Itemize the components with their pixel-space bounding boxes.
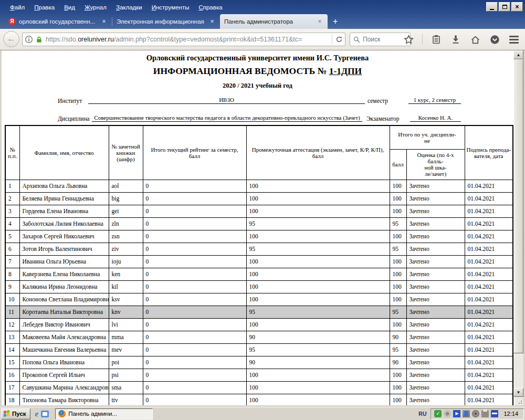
table-row[interactable]: 13Маковеева Майя Александровнаmma09090За…	[5, 331, 513, 343]
header-gradebook: № зачетной книжки (шифр)	[109, 125, 143, 180]
taskbar-task-button[interactable]: Панель админи...	[55, 408, 153, 419]
menu-view[interactable]: Вид	[59, 3, 80, 12]
table-row[interactable]: 7Иванина Ольга Юрьевнаioju0100100Зачтено…	[5, 255, 513, 268]
gradebook-code: big	[109, 192, 143, 205]
table-row[interactable]: 11Коротаева Наталья Викторовнаknv09595За…	[5, 306, 513, 318]
maximize-button[interactable]	[499, 2, 510, 12]
attestation-score: 100	[246, 293, 390, 306]
semester-rating: 0	[143, 243, 246, 255]
gradebook-code: sma	[109, 381, 143, 394]
total-score: 100	[390, 255, 406, 268]
table-row[interactable]: 4Заболотская Лилия Николаевнаzln09595Зач…	[5, 217, 513, 230]
search-input[interactable]	[363, 36, 405, 43]
tab-oreluniver-search[interactable]: Я орловский государственн... ×	[4, 14, 112, 29]
start-button[interactable]: Пуск	[1, 408, 30, 419]
semester-rating: 0	[143, 280, 246, 293]
search-box[interactable]	[350, 33, 411, 46]
header-grade: Оценка (по 4-х балль- ной шка- ле/зачет)	[406, 149, 465, 180]
pocket-button[interactable]	[489, 34, 500, 45]
table-row[interactable]: 16Прокопов Сергей Ильичpsi0100100Зачтено…	[5, 369, 513, 381]
row-number: 9	[5, 280, 19, 293]
signature-date: 01.04.2021	[465, 192, 513, 205]
total-score: 90	[390, 331, 406, 343]
table-row[interactable]: 17Савушкина Марина Александровнаsma01001…	[5, 381, 513, 394]
dictionary-icon[interactable]	[491, 410, 498, 417]
table-row[interactable]: 6Зотов Игорь Валентиновичziv09595Зачтено…	[5, 243, 513, 255]
grade-value: Зачтено	[406, 180, 465, 192]
vedomost-document: Орловский государственный университет им…	[2, 50, 513, 405]
signature-date: 01.04.2021	[465, 331, 513, 343]
table-row[interactable]: 10Кононова Светлана Владимировнаksv01001…	[5, 293, 513, 306]
grades-table: № п.п. Фамилия, имя, отчество № зачетной…	[5, 125, 513, 405]
url-bar[interactable]: https://sdo.oreluniver.ru/admin.php?cont…	[22, 33, 345, 46]
close-button[interactable]: ×	[511, 2, 523, 12]
home-button[interactable]	[469, 34, 481, 45]
table-row[interactable]: 3Гордеева Елена Ивановнаgei0100100Зачтен…	[5, 205, 513, 217]
menu-bookmarks[interactable]: Закладки	[111, 3, 147, 12]
downloads-button[interactable]	[450, 34, 461, 45]
scroll-down-button[interactable]: ▼	[513, 388, 523, 397]
tab-admin-panel[interactable]: Панель администратора ×	[220, 14, 328, 29]
back-button[interactable]: ←	[3, 31, 19, 47]
grade-value: Зачтено	[406, 394, 465, 405]
table-row[interactable]: 9Калякина Ирина Леонидовнаkil0100100Зачт…	[5, 280, 513, 293]
new-tab-button[interactable]: +	[328, 15, 343, 28]
table-row[interactable]: 5Захаров Сергей Николаевичzsn0100100Зачт…	[5, 230, 513, 243]
https-lock-icon[interactable]	[35, 36, 43, 44]
vertical-scrollbar[interactable]: ▲ ▼	[513, 50, 523, 397]
total-score: 100	[390, 293, 406, 306]
table-row[interactable]: 1Архипова Ольга Львовнаaol0100100Зачтено…	[5, 180, 513, 192]
total-score: 95	[390, 306, 406, 318]
page-info-icon[interactable]	[25, 35, 33, 44]
table-row[interactable]: 18Тихонова Тамара Викторовнаttv0100100За…	[5, 394, 513, 405]
network-icon[interactable]	[463, 410, 470, 417]
reload-button[interactable]	[332, 34, 343, 45]
cd-drive-icon[interactable]	[472, 410, 479, 417]
scroll-up-button[interactable]: ▲	[513, 50, 523, 59]
menu-tools[interactable]: Инструменты	[147, 3, 194, 12]
tab-close-icon[interactable]: ×	[100, 18, 108, 25]
url-scheme: https://sdo.	[46, 36, 78, 43]
menu-edit[interactable]: Правка	[29, 3, 59, 12]
semester-rating: 0	[143, 192, 246, 205]
menu-file[interactable]: Файл	[5, 3, 29, 12]
grade-value: Зачтено	[406, 381, 465, 394]
internet-explorer-icon[interactable]: e	[35, 410, 39, 418]
table-row[interactable]: 15Попова Ольга Ивановнаpoi09090Зачтено01…	[5, 356, 513, 369]
menu-history[interactable]: Журнал	[80, 3, 111, 12]
menu-help[interactable]: Справка	[194, 3, 227, 12]
printer-icon[interactable]	[481, 410, 489, 417]
tab-electronic-environment[interactable]: Электронная информационная ... ×	[112, 14, 220, 29]
minimize-button[interactable]	[486, 2, 498, 12]
semester-rating: 0	[143, 356, 246, 369]
gradebook-code: ken	[109, 268, 143, 280]
gradebook-code: kil	[109, 280, 143, 293]
menu-hamburger-button[interactable]	[508, 34, 520, 45]
home-icon	[470, 35, 480, 45]
table-row[interactable]: 12Лебедев Виктор Ивановичlvi0100100Зачте…	[5, 318, 513, 331]
language-indicator[interactable]: RU	[416, 410, 428, 418]
student-name: Беляева Ирина Геннадьевна	[19, 192, 109, 205]
table-row[interactable]: 2Беляева Ирина Геннадьевнаbig0100100Зачт…	[5, 192, 513, 205]
row-number: 18	[5, 394, 19, 405]
bookmarks-panel-button[interactable]	[430, 34, 442, 45]
media-player-icon[interactable]: ▶	[453, 410, 460, 417]
total-score: 100	[390, 381, 406, 394]
scrollbar-thumb[interactable]	[513, 59, 523, 353]
semester-label: семестр	[368, 98, 388, 104]
resize-grip[interactable]	[515, 397, 523, 405]
bookmark-star-button[interactable]	[403, 34, 414, 45]
table-row[interactable]: 8Каверзнева Елена Николаевнаken0100100За…	[5, 268, 513, 280]
signature-date: 01.04.2021	[465, 217, 513, 230]
search-icon	[353, 36, 360, 43]
table-row[interactable]: 14Машечкина Евгения Валерьевнаmev09595За…	[5, 343, 513, 356]
volume-icon[interactable]	[444, 410, 451, 417]
examiner-value: Косенко Н. А.	[410, 114, 461, 122]
tab-close-icon[interactable]: ×	[208, 18, 216, 25]
total-score: 100	[390, 280, 406, 293]
antivirus-icon[interactable]: ✓	[434, 410, 442, 417]
tab-close-icon[interactable]: ×	[316, 18, 323, 25]
grade-value: Зачтено	[406, 293, 465, 306]
total-score: 100	[390, 180, 406, 192]
show-desktop-icon[interactable]	[41, 411, 49, 417]
